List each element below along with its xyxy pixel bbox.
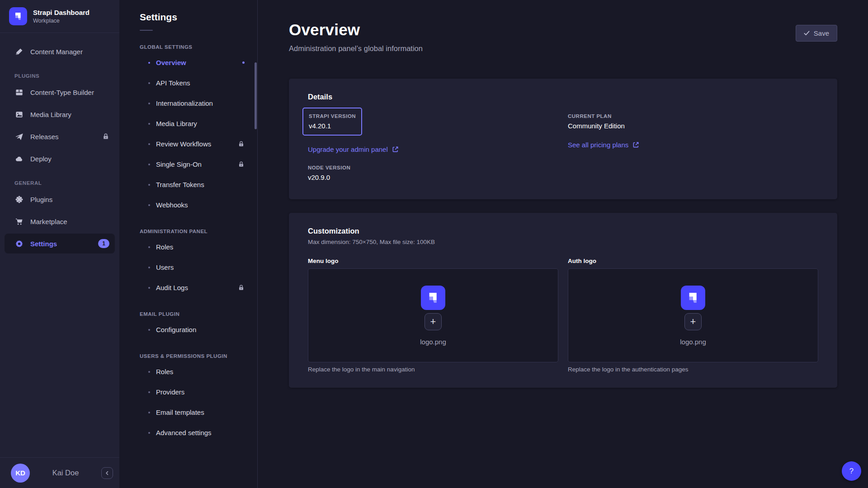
subnav-item-media-library[interactable]: Media Library <box>119 113 257 134</box>
save-button[interactable]: Save <box>796 25 837 42</box>
subnav-item-label: Advanced settings <box>156 429 245 436</box>
user-name: Kai Doe <box>34 469 97 477</box>
sidebar-item-deploy[interactable]: Deploy <box>5 149 115 169</box>
chevron-left-icon <box>105 471 109 475</box>
details-card: Details STRAPI VERSION v4.20.1 Upgrade y… <box>289 79 837 199</box>
sidebar-item-label: Marketplace <box>30 218 109 225</box>
subnav-item-single-sign-on[interactable]: Single Sign-On <box>119 154 257 174</box>
user-avatar[interactable]: KD <box>11 464 30 483</box>
media-library-icon <box>14 110 24 119</box>
bullet-icon <box>148 371 150 373</box>
question-mark-icon: ? <box>849 467 854 476</box>
external-link-icon <box>392 146 399 153</box>
content-type-builder-icon <box>14 88 24 97</box>
auth-logo-label: Auth logo <box>568 258 818 264</box>
bullet-icon <box>148 62 150 64</box>
bullet-icon <box>148 123 150 125</box>
sidebar-section-header-plugins: PLUGINS <box>14 73 119 79</box>
strapi-logo-icon <box>681 286 705 310</box>
plus-icon: + <box>690 317 696 327</box>
subnav-item-configuration[interactable]: Configuration <box>119 319 257 340</box>
subnav-section-administration-panel: ADMINISTRATION PANEL <box>140 229 257 234</box>
customization-card: Customization Max dimension: 750×750, Ma… <box>289 213 837 388</box>
sidebar-item-settings[interactable]: Settings 1 <box>5 234 115 253</box>
sidebar-item-content-manager[interactable]: Content Manager <box>5 42 115 61</box>
sidebar-item-label: Content-Type Builder <box>30 89 109 96</box>
sidebar-item-label: Settings <box>30 240 91 248</box>
subnav-item-internationalization[interactable]: Internationalization <box>119 93 257 113</box>
lock-icon <box>238 284 245 291</box>
subnav-item-transfer-tokens[interactable]: Transfer Tokens <box>119 174 257 195</box>
subnav-item-label: Overview <box>156 59 242 66</box>
subnav-item-label: Internationalization <box>156 99 245 107</box>
subnav-item-label: Single Sign-On <box>156 160 238 168</box>
sidebar-item-label: Deploy <box>30 155 109 163</box>
sidebar-item-media-library[interactable]: Media Library <box>5 104 115 124</box>
subnav-item-label: Roles <box>156 368 245 375</box>
deploy-cloud-icon <box>14 154 24 163</box>
upgrade-admin-panel-link[interactable]: Upgrade your admin panel <box>308 145 399 153</box>
menu-logo-upload-area[interactable]: + logo.png <box>308 268 558 362</box>
main-content: Overview Administration panel’s global i… <box>258 0 868 488</box>
details-card-title: Details <box>308 93 818 101</box>
sidebar-nav: Content Manager PLUGINS Content-Type Bui… <box>0 33 119 457</box>
customization-card-title: Customization <box>308 227 818 235</box>
subnav-item-email-templates[interactable]: Email templates <box>119 402 257 422</box>
auth-logo-column: Auth logo + logo.png Replace the logo in… <box>568 258 818 373</box>
sidebar-item-plugins[interactable]: Plugins <box>5 189 115 209</box>
subnav-title-rule <box>140 30 153 31</box>
subnav-item-admin-users[interactable]: Users <box>119 257 257 277</box>
marketplace-cart-icon <box>14 217 24 226</box>
auth-logo-upload-area[interactable]: + logo.png <box>568 268 818 362</box>
sidebar-user-footer: KD Kai Doe <box>0 457 119 488</box>
subnav-section-email-plugin: EMAIL PLUGIN <box>140 311 257 317</box>
bullet-icon <box>148 267 150 268</box>
bullet-icon <box>148 246 150 248</box>
settings-notification-badge: 1 <box>98 239 109 248</box>
auth-logo-add-button[interactable]: + <box>684 313 702 330</box>
pricing-plans-link[interactable]: See all pricing plans <box>568 141 639 149</box>
subnav-item-overview[interactable]: Overview <box>119 52 257 73</box>
subnav-item-advanced-settings[interactable]: Advanced settings <box>119 422 257 443</box>
subnav-item-label: Transfer Tokens <box>156 181 245 188</box>
subnav-item-providers[interactable]: Providers <box>119 382 257 402</box>
page-header: Overview Administration panel’s global i… <box>289 21 837 53</box>
subnav-item-webhooks[interactable]: Webhooks <box>119 195 257 215</box>
subnav-item-label: Roles <box>156 243 245 251</box>
subnav-item-label: Configuration <box>156 326 245 333</box>
plugins-puzzle-icon <box>14 195 24 204</box>
subnav-item-up-roles[interactable]: Roles <box>119 361 257 382</box>
strapi-logo-glyph <box>425 290 441 306</box>
menu-logo-file-name: logo.png <box>420 338 446 346</box>
sidebar-item-label: Releases <box>30 133 95 141</box>
sidebar-item-content-type-builder[interactable]: Content-Type Builder <box>5 82 115 102</box>
node-version-label: NODE VERSION <box>308 165 568 170</box>
logo-upload-grid: Menu logo + logo.png Replace the logo in… <box>308 258 818 373</box>
sidebar-item-marketplace[interactable]: Marketplace <box>5 211 115 231</box>
subnav-item-audit-logs[interactable]: Audit Logs <box>119 277 257 298</box>
subnav-item-label: Review Workflows <box>156 140 238 148</box>
bullet-icon <box>148 164 150 165</box>
workspace-brand[interactable]: Strapi Dashboard Workplace <box>0 0 119 33</box>
strapi-version-value: v4.20.1 <box>309 122 356 130</box>
check-icon <box>804 30 810 36</box>
lock-icon <box>102 133 109 140</box>
page-title: Overview <box>289 21 423 39</box>
subnav-item-label: API Tokens <box>156 79 245 87</box>
subnav-scrollbar-thumb[interactable] <box>255 62 257 129</box>
subnav-item-review-workflows[interactable]: Review Workflows <box>119 134 257 154</box>
node-version-field: NODE VERSION v20.9.0 <box>308 165 568 181</box>
content-manager-icon <box>14 47 24 56</box>
subnav-item-label: Users <box>156 263 245 271</box>
auth-logo-hint: Replace the logo in the authentication p… <box>568 366 818 373</box>
sidebar-item-releases[interactable]: Releases <box>5 127 115 146</box>
subnav-section-global-settings: GLOBAL SETTINGS <box>140 44 257 50</box>
subnav-item-admin-roles[interactable]: Roles <box>119 237 257 257</box>
subnav-item-api-tokens[interactable]: API Tokens <box>119 73 257 93</box>
sidebar-collapse-button[interactable] <box>101 467 113 479</box>
help-button[interactable]: ? <box>842 461 861 481</box>
settings-gear-icon <box>14 239 24 248</box>
menu-logo-add-button[interactable]: + <box>425 313 442 330</box>
customization-constraints: Max dimension: 750×750, Max file size: 1… <box>308 239 818 245</box>
settings-subnav: Settings GLOBAL SETTINGS Overview API To… <box>119 0 258 488</box>
